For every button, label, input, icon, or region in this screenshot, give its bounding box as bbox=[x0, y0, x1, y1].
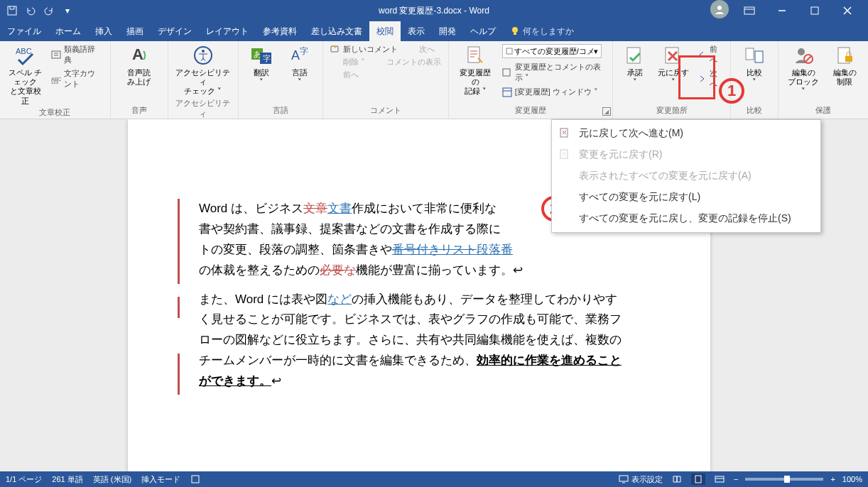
thesaurus-icon bbox=[51, 50, 61, 60]
tab-file[interactable]: ファイル bbox=[0, 21, 48, 41]
view-print-icon[interactable] bbox=[691, 474, 705, 485]
redo-icon[interactable] bbox=[41, 3, 57, 18]
reject-change-icon bbox=[559, 148, 572, 161]
menu-reject-next[interactable]: 元に戻して次へ進む(M) bbox=[552, 123, 820, 144]
prev-icon bbox=[330, 70, 340, 80]
tracking-launcher-icon[interactable]: ◢ bbox=[602, 107, 611, 116]
svg-text:字: 字 bbox=[300, 46, 308, 56]
next-change-button[interactable]: 次へ bbox=[697, 68, 723, 89]
group-changes: 承諾 ˅ 元に戻す ˅ 前へ 次へ 変更箇所 bbox=[613, 41, 731, 119]
tab-home[interactable]: ホーム bbox=[48, 21, 88, 41]
svg-rect-35 bbox=[619, 476, 628, 481]
delete-comment-icon bbox=[330, 58, 340, 67]
block-authors-icon bbox=[792, 44, 815, 67]
change-bar bbox=[178, 354, 180, 395]
close-icon[interactable] bbox=[831, 0, 864, 21]
tab-mailings[interactable]: 差し込み文書 bbox=[304, 21, 369, 41]
spelling-button[interactable]: ABC スペル チェック と文章校正 bbox=[7, 44, 44, 106]
qat-customize-icon[interactable]: ▾ bbox=[60, 3, 75, 18]
user-avatar-icon[interactable] bbox=[710, 0, 729, 18]
status-mode[interactable]: 挿入モード bbox=[141, 474, 180, 485]
wordcount-button[interactable]: ABC123文字カウント bbox=[51, 68, 103, 89]
translate-button[interactable]: あ字 翻訳 ˅ bbox=[246, 44, 277, 87]
titlebar: ▾ word 変更履歴-3.docx - Word bbox=[0, 0, 868, 21]
status-language[interactable]: 英語 (米国) bbox=[93, 474, 131, 485]
reviewing-pane-button[interactable]: [変更履歴] ウィンドウ ˅ bbox=[502, 87, 605, 97]
wordcount-icon: ABC123 bbox=[51, 74, 61, 84]
svg-rect-36 bbox=[695, 476, 701, 483]
lightbulb-icon bbox=[510, 26, 520, 36]
status-page[interactable]: 1/1 ページ bbox=[6, 474, 42, 485]
svg-rect-22 bbox=[503, 69, 510, 76]
zoom-level[interactable]: 100% bbox=[842, 475, 862, 483]
svg-point-12 bbox=[202, 50, 205, 53]
zoom-in-icon[interactable]: + bbox=[830, 475, 835, 483]
new-comment-icon bbox=[330, 45, 340, 55]
accessibility-icon bbox=[192, 44, 215, 67]
svg-rect-7 bbox=[52, 51, 60, 58]
thesaurus-button[interactable]: 類義語辞典 bbox=[51, 44, 103, 65]
svg-text:A: A bbox=[132, 45, 143, 63]
compare-button[interactable]: 比較 ˅ bbox=[738, 44, 771, 87]
ribbon-tabs: ファイル ホーム 挿入 描画 デザイン レイアウト 参考資料 差し込み文書 校閲… bbox=[0, 21, 868, 41]
read-aloud-button[interactable]: A 音声読 み上げ bbox=[118, 44, 161, 87]
zoom-out-icon[interactable]: − bbox=[734, 475, 738, 483]
zoom-slider[interactable] bbox=[745, 478, 823, 481]
maximize-icon[interactable] bbox=[798, 0, 831, 21]
accept-icon bbox=[624, 44, 646, 67]
tell-me-label: 何をしますか bbox=[523, 26, 574, 38]
menu-reject-all[interactable]: すべての変更を元に戻す(L) bbox=[552, 187, 820, 208]
reject-next-icon bbox=[559, 127, 572, 140]
tell-me[interactable]: 何をしますか bbox=[503, 21, 581, 41]
tab-references[interactable]: 参考資料 bbox=[256, 21, 304, 41]
prev-comment-button: 前へ bbox=[330, 70, 359, 80]
reject-button[interactable]: 元に戻す ˅ bbox=[657, 44, 690, 87]
group-language: あ字 翻訳 ˅ A字 言語 ˅ 言語 bbox=[239, 41, 323, 119]
markup-icon bbox=[502, 67, 512, 77]
svg-rect-23 bbox=[503, 88, 511, 97]
tab-help[interactable]: ヘルプ bbox=[463, 21, 503, 41]
tab-design[interactable]: デザイン bbox=[151, 21, 199, 41]
group-speech: A 音声読 み上げ 音声 bbox=[111, 41, 168, 119]
status-macro-icon[interactable] bbox=[190, 474, 200, 484]
menu-reject-all-stop[interactable]: すべての変更を元に戻し、変更の記録を停止(S) bbox=[552, 208, 820, 229]
display-for-review-combo[interactable]: すべての変更履歴/コメ…▾ bbox=[502, 44, 602, 58]
compare-icon bbox=[743, 44, 766, 67]
svg-rect-31 bbox=[845, 56, 852, 62]
tab-draw[interactable]: 描画 bbox=[119, 21, 151, 41]
tab-view[interactable]: 表示 bbox=[401, 21, 432, 41]
group-comments: 新しいコメント 次へ 削除 ˅ コメントの表示 前へ コメント bbox=[323, 41, 449, 119]
track-changes-button[interactable]: 変更履歴の 記録 ˅ bbox=[456, 44, 495, 97]
svg-rect-21 bbox=[506, 48, 512, 54]
tab-layout[interactable]: レイアウト bbox=[199, 21, 256, 41]
prev-change-button[interactable]: 前へ bbox=[697, 44, 723, 65]
next-change-icon bbox=[697, 74, 707, 84]
menu-reject-all-shown: 表示されたすべての変更を元に戻す(A) bbox=[552, 165, 820, 187]
display-settings[interactable]: 表示設定 bbox=[619, 474, 663, 485]
ribbon-options-icon[interactable] bbox=[733, 0, 766, 21]
show-markup-button[interactable]: 変更履歴とコメントの表示 ˅ bbox=[502, 62, 605, 83]
accessibility-button[interactable]: アクセシビリティ チェック ˅ bbox=[175, 44, 231, 97]
tab-insert[interactable]: 挿入 bbox=[88, 21, 119, 41]
window-title: word 変更履歴-3.docx - Word bbox=[379, 5, 489, 17]
autosave-icon[interactable] bbox=[4, 3, 20, 18]
status-words[interactable]: 261 単語 bbox=[52, 474, 82, 485]
accept-button[interactable]: 承諾 ˅ bbox=[620, 44, 650, 87]
svg-point-4 bbox=[512, 27, 518, 33]
tab-developer[interactable]: 開発 bbox=[432, 21, 463, 41]
new-comment-button[interactable]: 新しいコメント bbox=[330, 44, 398, 55]
svg-rect-2 bbox=[744, 7, 754, 14]
reject-dropdown-menu: 元に戻して次へ進む(M) 変更を元に戻す(R) 表示されたすべての変更を元に戻す… bbox=[551, 119, 821, 233]
view-read-icon[interactable] bbox=[670, 474, 684, 485]
language-button[interactable]: A字 言語 ˅ bbox=[284, 44, 315, 87]
svg-rect-26 bbox=[746, 48, 754, 60]
view-web-icon[interactable] bbox=[712, 474, 727, 485]
chevron-down-icon: ▾ bbox=[594, 47, 598, 56]
undo-icon[interactable] bbox=[23, 3, 38, 18]
block-authors-button[interactable]: 編集の ブロック ˅ bbox=[786, 44, 821, 97]
svg-rect-5 bbox=[514, 33, 516, 35]
reject-icon bbox=[662, 44, 685, 67]
restrict-editing-button[interactable]: 編集の 制限 bbox=[828, 44, 861, 87]
tab-review[interactable]: 校閲 bbox=[369, 21, 401, 41]
minimize-icon[interactable] bbox=[766, 0, 798, 21]
